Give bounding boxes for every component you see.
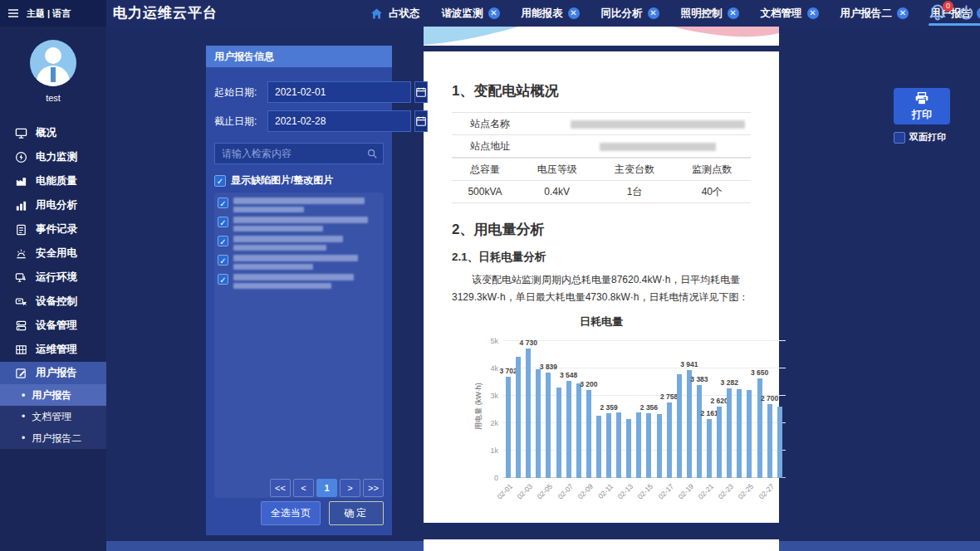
tab-label: 同比分析 (601, 7, 643, 21)
column-header: 监测点数 (674, 158, 751, 181)
chart-bar (717, 407, 722, 478)
redacted-text (233, 236, 343, 251)
start-date-label: 起始日期: (214, 85, 264, 100)
panel-title: 用户报告信息 (206, 46, 392, 67)
sidebar-item-ops-management[interactable]: 运维管理 (0, 338, 106, 362)
list-item[interactable]: ✓ (218, 236, 380, 251)
chart-bar (616, 412, 621, 478)
gridline (503, 340, 786, 341)
close-icon[interactable]: ✕ (648, 7, 659, 19)
list-item[interactable]: ✓ (218, 255, 380, 270)
sidebar-item-event-log[interactable]: 事件记录 (0, 217, 106, 241)
list-item-checkbox[interactable]: ✓ (218, 255, 228, 266)
search-button[interactable] (361, 148, 383, 159)
bar-value-label: 3 941 (680, 360, 698, 368)
chart-bar (576, 383, 581, 478)
list-item[interactable]: ✓ (218, 217, 380, 232)
list-item-checkbox[interactable]: ✓ (218, 197, 228, 208)
sidebar-item-power-quality[interactable]: 电能质量 (0, 169, 106, 193)
calendar-icon (415, 86, 427, 98)
select-all-page-button[interactable]: 全选当页 (261, 501, 321, 525)
confirm-button[interactable]: 确定 (329, 501, 384, 525)
last-page-button[interactable]: >> (363, 479, 384, 497)
start-date-calendar-button[interactable] (414, 81, 428, 103)
factory-icon (15, 175, 27, 188)
tab-label: 文档管理 (761, 7, 802, 21)
logout-power-button[interactable] (958, 4, 975, 25)
y-axis-tick: 2k (473, 419, 498, 427)
close-icon[interactable]: ✕ (568, 7, 580, 19)
sidebar-item-operating-environment[interactable]: 运行环境 (0, 266, 106, 290)
page-number-button[interactable]: 1 (316, 479, 337, 497)
tab-harmonic-monitoring[interactable]: 谐波监测 ✕ (442, 0, 500, 27)
tab-user-report-2[interactable]: 用户报告二 ✕ (840, 0, 909, 27)
show-defect-images-checkbox[interactable]: ✓ (214, 175, 226, 187)
sidebar-subitem-user-report[interactable]: • 用户报告 (0, 384, 106, 406)
print-widget: 打印 双面打印 (894, 88, 950, 144)
chart-bar (606, 413, 611, 478)
chart-bar (707, 419, 712, 478)
station-address-value (566, 135, 751, 158)
header-left-zone[interactable]: 主题 | 语言 (0, 0, 106, 27)
end-date-calendar-button[interactable] (414, 110, 428, 132)
search-input[interactable] (215, 148, 361, 159)
close-icon[interactable]: ✕ (728, 7, 739, 19)
first-page-button[interactable]: << (270, 479, 291, 497)
theme-language-link[interactable]: 主题 | 语言 (27, 7, 71, 20)
list-item-checkbox[interactable]: ✓ (218, 274, 228, 285)
end-date-input[interactable] (267, 110, 411, 132)
sidebar-item-power-monitoring[interactable]: 电力监测 (0, 145, 106, 169)
section2-title: 2、用电量分析 (452, 220, 751, 239)
section2-1-title: 2.1、日耗电量分析 (452, 250, 751, 265)
list-item-checkbox[interactable]: ✓ (218, 236, 228, 246)
sidebar: test 概况 电力监测 电能质量 用电分析 事件记录 安全用电 运行环境 (0, 27, 106, 551)
print-button[interactable]: 打印 (894, 88, 950, 124)
tab-energy-report[interactable]: 用能报表 ✕ (522, 0, 580, 27)
sidebar-subitem-document-management[interactable]: • 文档管理 (0, 406, 106, 427)
tab-label: 占状态 (389, 7, 420, 21)
sidebar-item-device-control[interactable]: 设备控制 (0, 290, 106, 314)
username: test (0, 93, 106, 103)
close-icon[interactable]: ✕ (488, 7, 500, 19)
avatar (30, 40, 76, 86)
chart-bar (677, 374, 682, 478)
list-item-checkbox[interactable]: ✓ (218, 217, 228, 227)
chart-bar (697, 385, 702, 478)
column-header: 电压等级 (518, 158, 595, 181)
sidebar-subitem-user-report-2[interactable]: • 用户报告二 (0, 427, 106, 449)
bar-value-label: 2 359 (600, 403, 617, 412)
chart-bar (767, 404, 772, 478)
sidebar-item-overview[interactable]: 概况 (0, 121, 106, 145)
y-axis-tick: 4k (473, 364, 498, 373)
sidebar-group-label: 用户报告 (36, 366, 77, 380)
tab-home[interactable]: 占状态 (370, 0, 420, 27)
sidebar-item-electrical-safety[interactable]: 安全用电 (0, 241, 106, 266)
redacted-text (233, 255, 358, 270)
y-axis-tick: 1k (473, 446, 498, 455)
list-item[interactable]: ✓ (218, 197, 380, 212)
close-icon[interactable]: ✕ (807, 7, 819, 19)
close-icon[interactable]: ✕ (897, 7, 909, 19)
sidebar-group-user-report[interactable]: 用户报告 (0, 362, 106, 384)
prev-page-button[interactable]: < (293, 479, 314, 497)
start-date-input[interactable] (267, 81, 411, 103)
table-row: 总容量 电压等级 主变台数 监测点数 (452, 158, 751, 181)
station-stats-table: 总容量 电压等级 主变台数 监测点数 500kVA 0.4kV 1台 40个 (452, 158, 751, 203)
notification-bell-button[interactable]: 0 (929, 2, 950, 24)
close-icon[interactable]: ✕ (977, 7, 980, 19)
sidebar-item-usage-analysis[interactable]: 用电分析 (0, 193, 106, 217)
next-page-button[interactable]: > (340, 479, 360, 497)
bar-value-label: 3 839 (540, 363, 557, 371)
chart-bar (727, 388, 732, 478)
sidebar-menu: 概况 电力监测 电能质量 用电分析 事件记录 安全用电 运行环境 设备控制 (0, 121, 106, 449)
tab-yoy-analysis[interactable]: 同比分析 ✕ (601, 0, 659, 27)
hamburger-icon[interactable] (7, 7, 20, 20)
column-header: 主变台数 (595, 158, 673, 181)
tab-document-management[interactable]: 文档管理 ✕ (761, 0, 819, 27)
duplex-print-checkbox[interactable] (894, 132, 905, 144)
list-item[interactable]: ✓ (218, 274, 380, 289)
monitor-icon (15, 127, 27, 139)
sidebar-item-label: 概况 (36, 126, 56, 140)
tab-lighting-control[interactable]: 照明控制 ✕ (681, 0, 739, 27)
sidebar-item-device-management[interactable]: 设备管理 (0, 314, 106, 338)
